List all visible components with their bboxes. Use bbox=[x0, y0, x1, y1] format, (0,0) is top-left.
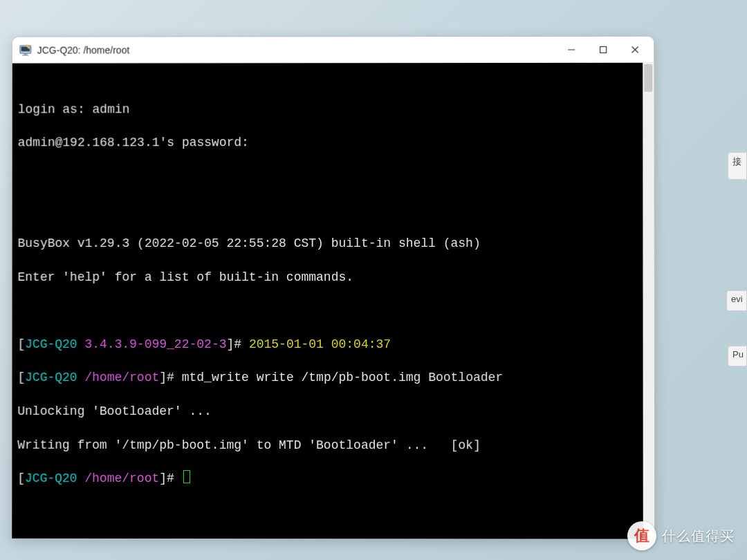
login-label: login as: bbox=[18, 102, 93, 116]
maximize-button[interactable] bbox=[587, 38, 619, 60]
prompt-bracket: ]# bbox=[227, 337, 249, 351]
prompt-host: JCG-Q20 bbox=[25, 337, 77, 351]
busybox-banner: BusyBox v1.29.3 (2022-02-05 22:55:28 CST… bbox=[18, 236, 481, 250]
putty-window: JCG-Q20: /home/root login as: admin admi… bbox=[11, 36, 655, 540]
watermark-text: 什么值得买 bbox=[662, 527, 735, 545]
password-prompt: admin@192.168.123.1's password: bbox=[18, 136, 249, 149]
scrollbar-thumb[interactable] bbox=[644, 64, 652, 92]
watermark: 值 什么值得买 bbox=[627, 521, 735, 550]
login-user: admin bbox=[93, 102, 130, 116]
command: mtd_write write /tmp/pb-boot.img Bootloa… bbox=[182, 371, 504, 384]
prompt-bracket: [ bbox=[17, 337, 25, 351]
watermark-badge-icon: 值 bbox=[627, 521, 656, 550]
prompt-bracket: ]# bbox=[159, 371, 181, 384]
prompt-host: JCG-Q20 bbox=[25, 472, 77, 485]
window-title: JCG-Q20: /home/root bbox=[37, 44, 555, 55]
background-fragment: evi bbox=[726, 290, 747, 311]
prompt-path: /home/root bbox=[84, 371, 159, 384]
prompt-bracket: ]# bbox=[159, 472, 181, 485]
prompt-timestamp: 2015-01-01 00:04:37 bbox=[249, 337, 391, 351]
svg-rect-3 bbox=[22, 55, 28, 55]
svg-rect-2 bbox=[24, 53, 27, 55]
titlebar[interactable]: JCG-Q20: /home/root bbox=[12, 37, 654, 64]
minimize-button[interactable] bbox=[555, 38, 587, 60]
output-line: Writing from '/tmp/pb-boot.img' to MTD '… bbox=[17, 438, 481, 451]
output-line: Unlocking 'Bootloader' ... bbox=[17, 404, 212, 418]
background-fragment: 接 bbox=[728, 152, 747, 180]
help-hint: Enter 'help' for a list of built-in comm… bbox=[18, 270, 354, 284]
window-controls bbox=[555, 38, 651, 60]
putty-icon bbox=[19, 44, 32, 56]
cursor bbox=[183, 470, 190, 483]
prompt-version: 3.4.3.9-099_22-02-3 bbox=[85, 337, 227, 351]
prompt-bracket: [ bbox=[17, 472, 25, 485]
prompt-host: JCG-Q20 bbox=[25, 371, 77, 384]
prompt-bracket: [ bbox=[17, 371, 25, 384]
terminal-area[interactable]: login as: admin admin@192.168.123.1's pa… bbox=[12, 63, 654, 539]
close-button[interactable] bbox=[619, 38, 651, 60]
background-fragment: Pu bbox=[728, 346, 747, 366]
prompt-path: /home/root bbox=[84, 472, 159, 485]
svg-rect-5 bbox=[600, 46, 607, 53]
